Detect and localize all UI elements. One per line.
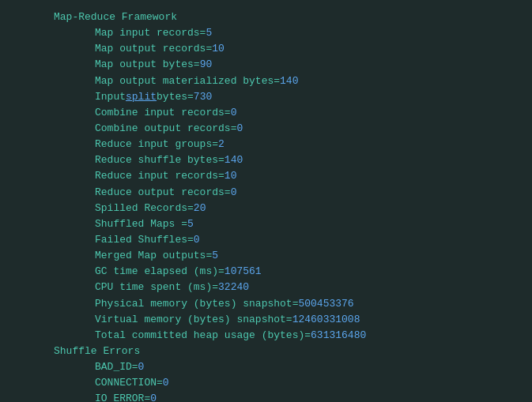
value-text: 107561: [224, 264, 262, 280]
value-text: 32240: [218, 280, 249, 295]
value-text: 730: [194, 89, 212, 105]
key-text: Combine output records=: [95, 121, 236, 137]
value-text: 631316480: [311, 328, 366, 344]
value-text: 2: [218, 137, 224, 152]
key-text: Merged Map outputs=: [95, 248, 212, 264]
key-text: Combine input records=: [95, 105, 231, 121]
value-text: 0: [236, 121, 243, 137]
log-line: Reduce input records=10: [0, 168, 532, 184]
value-text: 0: [194, 232, 200, 248]
log-line: IO_ERROR=0: [0, 391, 532, 402]
value-text: 12460331008: [292, 312, 360, 328]
key-text: Shuffled Maps =: [95, 216, 187, 232]
value-text: 500453376: [298, 296, 353, 312]
log-line: Physical memory (bytes) snapshot=5004533…: [0, 296, 532, 312]
value-text: 0: [163, 375, 169, 391]
log-line: Input split bytes=730: [0, 89, 532, 105]
log-line: BAD_ID=0: [0, 359, 532, 375]
value-text: 0: [138, 359, 145, 375]
split-keyword: split: [126, 89, 157, 105]
key-text: CONNECTION=: [95, 375, 163, 391]
log-line: CPU time spent (ms)=32240: [0, 280, 532, 295]
log-line: Failed Shuffles=0: [0, 232, 532, 248]
value-text: 140: [280, 73, 298, 89]
key-text: Failed Shuffles=: [95, 232, 194, 248]
key-text: Map input records=: [95, 25, 206, 41]
key-text: Reduce output records=: [95, 185, 231, 201]
value-text: 10: [224, 168, 237, 184]
log-line: Reduce shuffle bytes=140: [0, 152, 532, 168]
value-text: 0: [231, 185, 237, 201]
value-text: 5: [212, 248, 218, 264]
key-text: GC time elapsed (ms)=: [95, 264, 224, 280]
log-line: Total committed heap usage (bytes)=63131…: [0, 328, 532, 344]
log-container: Map-Reduce FrameworkMap input records=5M…: [0, 6, 532, 402]
log-line: Spilled Records=20: [0, 201, 532, 216]
key-text: Spilled Records=: [95, 201, 194, 216]
log-line: Reduce output records=0: [0, 185, 532, 201]
log-line: Map output materialized bytes=140: [0, 73, 532, 89]
log-line: Reduce input groups=2: [0, 137, 532, 152]
key-text: Total committed heap usage (bytes)=: [95, 328, 311, 344]
key-text: Physical memory (bytes) snapshot=: [95, 296, 298, 312]
log-line: Map output bytes=90: [0, 57, 532, 73]
key-text: Reduce input records=: [95, 168, 224, 184]
value-text: 90: [200, 57, 213, 73]
key-text: bytes=: [157, 89, 194, 105]
value-text: 10: [212, 41, 224, 57]
key-text: Map output materialized bytes=: [95, 73, 280, 89]
log-line: Combine output records=0: [0, 121, 532, 137]
value-text: 5: [187, 216, 194, 232]
key-text: Reduce input groups=: [95, 137, 218, 152]
log-line: GC time elapsed (ms)=107561: [0, 264, 532, 280]
key-text: Map output bytes=: [95, 57, 200, 73]
log-line: Shuffle Errors: [0, 344, 532, 359]
key-text: Virtual memory (bytes) snapshot=: [95, 312, 292, 328]
key-text: Input: [95, 89, 126, 105]
value-text: 5: [206, 25, 212, 41]
log-line: Merged Map outputs=5: [0, 248, 532, 264]
key-text: IO_ERROR=: [95, 391, 150, 402]
log-line: Shuffled Maps =5: [0, 216, 532, 232]
log-line: Map output records=10: [0, 41, 532, 57]
value-text: 20: [194, 201, 206, 216]
key-text: Shuffle Errors: [54, 344, 140, 359]
key-text: CPU time spent (ms)=: [95, 280, 218, 295]
log-line: Combine input records=0: [0, 105, 532, 121]
log-line: Map input records=5: [0, 25, 532, 41]
key-text: Reduce shuffle bytes=: [95, 152, 224, 168]
value-text: 140: [224, 152, 243, 168]
key-text: BAD_ID=: [95, 359, 138, 375]
key-text: Map output records=: [95, 41, 212, 57]
key-text: Map-Reduce Framework: [54, 9, 177, 25]
value-text: 0: [231, 105, 237, 121]
value-text: 0: [150, 391, 157, 402]
log-line: Virtual memory (bytes) snapshot=12460331…: [0, 312, 532, 328]
log-line: CONNECTION=0: [0, 375, 532, 391]
log-line: Map-Reduce Framework: [0, 9, 532, 25]
